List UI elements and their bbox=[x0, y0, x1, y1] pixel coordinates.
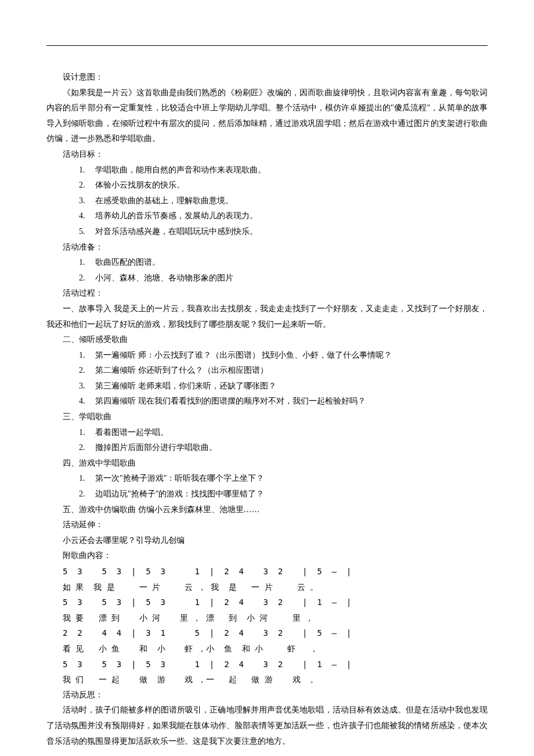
goal-item: 4.培养幼儿的音乐节奏感，发展幼儿的表现力。 bbox=[46, 208, 488, 224]
listen-section-label: 二、倾听感受歌曲 bbox=[46, 332, 488, 348]
document-content: 设计意图： 《如果我是一片云》这首歌曲是由我们熟悉的《粉刷匠》改编的，因而歌曲旋… bbox=[46, 70, 488, 749]
listen-item: 1.第一遍倾听 师：小云找到了谁？（出示图谱） 找到小鱼、小虾，做了什么事情呢？ bbox=[46, 348, 488, 363]
learn-section-label: 三、学唱歌曲 bbox=[46, 409, 488, 425]
top-rule bbox=[46, 45, 488, 46]
score-line: 如 果 我 是 一 片 云 ， 我 是 一 片 云 。 bbox=[46, 579, 488, 595]
prep-item: 2.小河、森林、池塘、各动物形象的图片 bbox=[46, 271, 488, 286]
listen-item: 3.第三遍倾听 老师来唱，你们来听，还缺了哪张图？ bbox=[46, 379, 488, 394]
game-item: 1.第一次"抢椅子游戏"：听听我在哪个字上坐下？ bbox=[46, 471, 488, 487]
lyrics-label: 附歌曲内容： bbox=[46, 548, 488, 564]
listen-text: 第二遍倾听 你还听到了什么？（出示相应图谱） bbox=[95, 366, 268, 375]
goal-text: 培养幼儿的音乐节奏感，发展幼儿的表现力。 bbox=[95, 211, 258, 220]
activity-goal-label: 活动目标： bbox=[46, 147, 488, 163]
prep-text: 歌曲匹配的图谱。 bbox=[95, 258, 160, 267]
activity-process-label: 活动过程： bbox=[46, 286, 488, 301]
goal-item: 2.体验小云找朋友的快乐。 bbox=[46, 178, 488, 193]
story-intro: 一、故事导入 我是天上的一片云，我喜欢出去找朋友，我走走走找到了一个好朋友，又走… bbox=[46, 301, 488, 332]
learn-item: 1.看着图谱一起学唱。 bbox=[46, 425, 488, 441]
learn-text: 看着图谱一起学唱。 bbox=[95, 428, 168, 437]
score-line: 我 们 一 起 做 游 戏 ，一 起 做 游 戏 。 bbox=[46, 672, 488, 687]
reflect-label: 活动反思： bbox=[46, 687, 488, 703]
prep-text: 小河、森林、池塘、各动物形象的图片 bbox=[95, 273, 233, 282]
game-section-label: 四、游戏中学唱歌曲 bbox=[46, 456, 488, 471]
reflect-text: 活动时，孩子们能被多样的图谱所吸引，正确地理解并用声音优美地歌唱，活动目标有效达… bbox=[46, 703, 488, 749]
design-intent-text: 《如果我是一片云》这首歌曲是由我们熟悉的《粉刷匠》改编的，因而歌曲旋律明快，且歌… bbox=[46, 85, 488, 147]
goal-text: 学唱歌曲，能用自然的声音和动作来表现歌曲。 bbox=[95, 165, 266, 174]
score-line: 5 3 5 3 | 5 3 1 | 2 4 3 2 | 1 — | bbox=[46, 657, 488, 672]
score-line: 我 要 漂 到 小 河 里 ， 漂 到 小 河 里 ， bbox=[46, 610, 488, 626]
extension-label: 活动延伸： bbox=[46, 517, 488, 533]
game-item: 2.边唱边玩"抢椅子"的游戏：找找图中哪里错了？ bbox=[46, 487, 488, 502]
listen-item: 4.第四遍倾听 现在我们看看找到的图谱摆的顺序对不对，我们一起检验好吗？ bbox=[46, 394, 488, 409]
learn-item: 2.撤掉图片后面部分进行学唱歌曲。 bbox=[46, 440, 488, 456]
adapt-section-label: 五、游戏中仿编歌曲 仿编小云来到森林里、池塘里…… bbox=[46, 502, 488, 518]
extension-text: 小云还会去哪里呢？引导幼儿创编 bbox=[46, 533, 488, 549]
design-intent-label: 设计意图： bbox=[46, 70, 488, 85]
activity-prep-label: 活动准备： bbox=[46, 240, 488, 255]
goal-text: 对音乐活动感兴趣，在唱唱玩玩中感到快乐。 bbox=[95, 227, 258, 236]
learn-text: 撤掉图片后面部分进行学唱歌曲。 bbox=[95, 443, 217, 452]
listen-text: 第三遍倾听 老师来唱，你们来听，还缺了哪张图？ bbox=[95, 381, 276, 390]
prep-item: 1.歌曲匹配的图谱。 bbox=[46, 255, 488, 271]
score-line: 5 3 5 3 | 5 3 1 | 2 4 3 2 | 1 — | bbox=[46, 595, 488, 610]
goal-item: 5.对音乐活动感兴趣，在唱唱玩玩中感到快乐。 bbox=[46, 224, 488, 240]
game-text: 第一次"抢椅子游戏"：听听我在哪个字上坐下？ bbox=[95, 474, 264, 483]
game-text: 边唱边玩"抢椅子"的游戏：找找图中哪里错了？ bbox=[95, 489, 264, 498]
goal-item: 3.在感受歌曲的基础上，理解歌曲意境。 bbox=[46, 193, 488, 209]
score-line: 2 2 4 4 | 3 1 5 | 2 4 3 2 | 5 — | bbox=[46, 625, 488, 641]
page: 设计意图： 《如果我是一片云》这首歌曲是由我们熟悉的《粉刷匠》改编的，因而歌曲旋… bbox=[0, 0, 534, 756]
goal-text: 体验小云找朋友的快乐。 bbox=[95, 181, 185, 189]
score-line: 看 见 小 鱼 和 小 虾 ，小 鱼 和 小 虾 ， bbox=[46, 641, 488, 657]
listen-item: 2.第二遍倾听 你还听到了什么？（出示相应图谱） bbox=[46, 363, 488, 379]
goal-text: 在感受歌曲的基础上，理解歌曲意境。 bbox=[95, 196, 233, 205]
goal-item: 1.学唱歌曲，能用自然的声音和动作来表现歌曲。 bbox=[46, 163, 488, 178]
score-line: 5 3 5 3 | 5 3 1 | 2 4 3 2 | 5 — | bbox=[46, 564, 488, 579]
listen-text: 第四遍倾听 现在我们看看找到的图谱摆的顺序对不对，我们一起检验好吗？ bbox=[95, 397, 366, 405]
listen-text: 第一遍倾听 师：小云找到了谁？（出示图谱） 找到小鱼、小虾，做了什么事情呢？ bbox=[95, 351, 392, 359]
